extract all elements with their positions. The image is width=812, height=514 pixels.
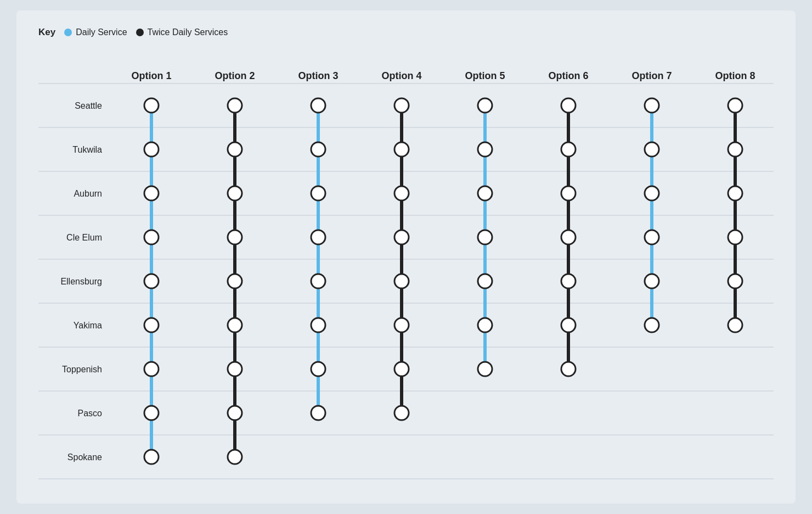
legend-key-label: Key: [38, 27, 55, 38]
dot-opt1-6: [144, 362, 159, 376]
row-label-6: Toppenish: [62, 365, 102, 374]
dot-opt6-1: [561, 142, 576, 157]
col-header-opt8: Option 8: [715, 70, 755, 81]
dot-opt3-7: [311, 406, 325, 420]
row-label-3: Cle Elum: [66, 233, 102, 242]
dot-opt5-1: [478, 142, 492, 157]
legend-daily-label: Daily Service: [76, 27, 127, 37]
row-label-4: Ellensburg: [60, 277, 102, 286]
dot-opt7-4: [645, 274, 659, 288]
dot-opt4-3: [394, 230, 409, 244]
dot-opt4-7: [394, 406, 409, 420]
col-header-opt2: Option 2: [215, 70, 255, 81]
col-header-opt6: Option 6: [549, 70, 589, 81]
dot-opt3-0: [311, 98, 325, 113]
dot-opt1-8: [144, 450, 159, 464]
dot-opt2-2: [228, 186, 242, 200]
dot-opt8-5: [728, 318, 742, 332]
dot-opt2-4: [228, 274, 242, 288]
chart-svg-wrapper: Option 1Option 2Option 3Option 4Option 5…: [38, 53, 774, 482]
dot-opt3-6: [311, 362, 325, 376]
dot-opt5-2: [478, 186, 492, 200]
legend-twice-dot: [136, 29, 144, 36]
row-label-5: Yakima: [74, 321, 102, 330]
dot-opt4-0: [394, 98, 409, 113]
dot-opt4-6: [394, 362, 409, 376]
row-label-1: Tukwila: [72, 145, 102, 154]
dot-opt1-0: [144, 98, 159, 113]
dot-opt6-4: [561, 274, 576, 288]
legend: Key Daily Service Twice Daily Services: [38, 27, 774, 38]
col-header-opt1: Option 1: [132, 70, 172, 81]
row-label-0: Seattle: [75, 101, 102, 110]
row-label-8: Spokane: [67, 452, 102, 462]
legend-twice-item: Twice Daily Services: [136, 27, 228, 37]
legend-twice-label: Twice Daily Services: [148, 27, 228, 37]
dot-opt6-3: [561, 230, 576, 244]
dot-opt8-2: [728, 186, 742, 200]
legend-daily-item: Daily Service: [64, 27, 127, 37]
col-header-opt3: Option 3: [298, 70, 339, 81]
dot-opt1-3: [144, 230, 159, 244]
dot-opt8-4: [728, 274, 742, 288]
dot-opt1-5: [144, 318, 159, 332]
main-chart-svg: Option 1Option 2Option 3Option 4Option 5…: [38, 53, 774, 482]
dot-opt5-0: [478, 98, 492, 113]
dot-opt1-4: [144, 274, 159, 288]
dot-opt5-3: [478, 230, 492, 244]
dot-opt7-3: [645, 230, 659, 244]
dot-opt2-5: [228, 318, 242, 332]
dot-opt4-2: [394, 186, 409, 200]
dot-opt2-6: [228, 362, 242, 376]
dot-opt6-2: [561, 186, 576, 200]
col-header-opt7: Option 7: [632, 70, 672, 81]
dot-opt3-2: [311, 186, 325, 200]
col-header-opt5: Option 5: [465, 70, 505, 81]
dot-opt6-0: [561, 98, 576, 113]
col-header-opt4: Option 4: [382, 70, 422, 81]
dot-opt3-3: [311, 230, 325, 244]
dot-opt3-1: [311, 142, 325, 157]
chart-container: Key Daily Service Twice Daily Services O…: [16, 10, 796, 504]
dot-opt8-3: [728, 230, 742, 244]
dot-opt5-5: [478, 318, 492, 332]
dot-opt1-7: [144, 406, 159, 420]
dot-opt7-2: [645, 186, 659, 200]
dot-opt2-8: [228, 450, 242, 464]
dot-opt6-6: [561, 362, 576, 376]
dot-opt4-5: [394, 318, 409, 332]
dot-opt8-0: [728, 98, 742, 113]
dot-opt5-4: [478, 274, 492, 288]
dot-opt7-5: [645, 318, 659, 332]
dot-opt3-4: [311, 274, 325, 288]
dot-opt7-0: [645, 98, 659, 113]
dot-opt1-1: [144, 142, 159, 157]
dot-opt2-1: [228, 142, 242, 157]
dot-opt4-4: [394, 274, 409, 288]
dot-opt6-5: [561, 318, 576, 332]
legend-daily-dot: [64, 29, 72, 36]
dot-opt1-2: [144, 186, 159, 200]
dot-opt2-3: [228, 230, 242, 244]
row-label-7: Pasco: [78, 409, 103, 418]
dot-opt7-1: [645, 142, 659, 157]
dot-opt4-1: [394, 142, 409, 157]
row-label-2: Auburn: [74, 189, 102, 198]
dot-opt5-6: [478, 362, 492, 376]
dot-opt2-0: [228, 98, 242, 113]
dot-opt8-1: [728, 142, 742, 157]
dot-opt2-7: [228, 406, 242, 420]
dot-opt3-5: [311, 318, 325, 332]
